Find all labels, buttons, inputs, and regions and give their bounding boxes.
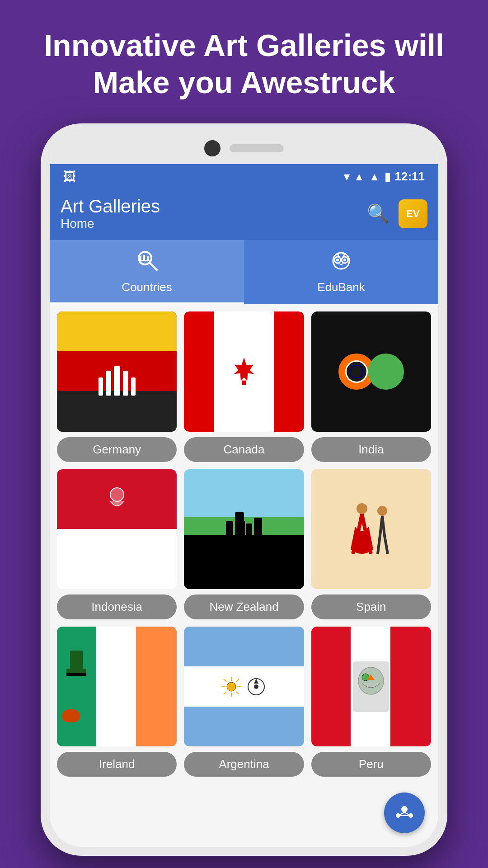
svg-line-20 (224, 679, 226, 682)
country-image-germany (57, 311, 177, 431)
country-card-newzealand[interactable]: New Zealand (184, 469, 304, 619)
tab-countries[interactable]: Countries (50, 240, 244, 304)
country-image-canada (184, 311, 304, 431)
ev-badge[interactable]: EV (399, 199, 427, 228)
phone-wrapper: 🖼 ▾ ▲ ▲ ▮ 12:11 Art Galleries Home 🔍 (41, 123, 447, 868)
country-card-india[interactable]: India (311, 311, 431, 462)
svg-point-15 (227, 682, 236, 691)
status-left: 🖼 (63, 169, 76, 184)
signal-icon-2: ▲ (369, 170, 380, 183)
tab-bar: Countries (50, 240, 438, 304)
app-bar: Art Galleries Home 🔍 EV (50, 189, 438, 240)
tab-countries-label: Countries (122, 280, 172, 294)
svg-rect-4 (147, 256, 149, 260)
country-image-india (311, 311, 431, 431)
tab-edubank-label: EduBank (317, 280, 365, 294)
country-card-germany[interactable]: Germany (57, 311, 177, 462)
svg-rect-5 (139, 260, 150, 261)
country-image-spain (311, 469, 431, 589)
country-card-ireland[interactable]: Ireland (57, 627, 177, 777)
hero-title: Innovative Art Galleries will Make you A… (0, 0, 488, 123)
wifi-icon: ▾ (344, 170, 349, 183)
svg-point-26 (358, 667, 384, 694)
countries-icon (135, 248, 159, 277)
svg-point-13 (357, 503, 367, 514)
country-card-spain[interactable]: Spain (311, 469, 431, 619)
search-button[interactable]: 🔍 (367, 203, 389, 224)
phone-top-bar (50, 132, 438, 164)
phone-outer: 🖼 ▾ ▲ ▲ ▮ 12:11 Art Galleries Home 🔍 (41, 123, 447, 856)
svg-point-12 (110, 488, 124, 501)
country-label-india: India (311, 437, 431, 462)
svg-rect-3 (143, 255, 145, 260)
tab-edubank[interactable]: EduBank (244, 240, 438, 304)
svg-point-28 (401, 806, 408, 812)
country-card-indonesia[interactable]: Indonesia (57, 469, 177, 619)
photo-icon: 🖼 (63, 169, 76, 184)
svg-line-21 (236, 692, 239, 694)
camera (204, 140, 221, 156)
status-bar: 🖼 ▾ ▲ ▲ ▮ 12:11 (50, 164, 438, 189)
svg-rect-11 (242, 380, 246, 385)
signal-icon: ▲ (354, 170, 365, 183)
speaker (230, 144, 284, 152)
country-label-ireland: Ireland (57, 752, 177, 777)
svg-point-25 (254, 684, 258, 689)
svg-rect-2 (140, 256, 141, 260)
app-bar-right: 🔍 EV (367, 199, 427, 228)
country-image-ireland (57, 627, 177, 746)
svg-point-10 (343, 259, 346, 261)
country-card-argentina[interactable]: Argentina (184, 627, 304, 777)
country-label-canada: Canada (184, 437, 304, 462)
status-right: ▾ ▲ ▲ ▮ 12:11 (344, 170, 425, 184)
phone-inner: 🖼 ▾ ▲ ▲ ▮ 12:11 Art Galleries Home 🔍 (50, 132, 438, 847)
country-image-newzealand (184, 469, 304, 589)
app-bar-left: Art Galleries Home (61, 196, 160, 231)
svg-line-23 (224, 692, 226, 694)
country-image-peru (311, 627, 431, 746)
country-label-argentina: Argentina (184, 752, 304, 777)
battery-icon: ▮ (385, 170, 390, 183)
edubank-icon (329, 248, 353, 277)
country-label-indonesia: Indonesia (57, 594, 177, 619)
country-label-peru: Peru (311, 752, 431, 777)
country-label-germany: Germany (57, 437, 177, 462)
ev-badge-label: EV (406, 208, 419, 220)
country-card-canada[interactable]: Canada (184, 311, 304, 462)
app-title: Art Galleries (61, 196, 160, 217)
svg-line-22 (236, 679, 239, 682)
countries-grid: Germany (57, 311, 431, 777)
country-card-peru[interactable]: Peru (311, 627, 431, 777)
country-label-newzealand: New Zealand (184, 594, 304, 619)
svg-line-1 (150, 263, 157, 270)
svg-point-9 (336, 259, 339, 261)
country-label-spain: Spain (311, 594, 431, 619)
fab-button[interactable] (384, 793, 425, 833)
country-image-indonesia (57, 469, 177, 589)
country-image-argentina (184, 627, 304, 746)
svg-point-14 (377, 506, 387, 516)
content-area: Germany (50, 304, 438, 847)
app-subtitle: Home (61, 217, 160, 231)
time-display: 12:11 (395, 170, 425, 184)
